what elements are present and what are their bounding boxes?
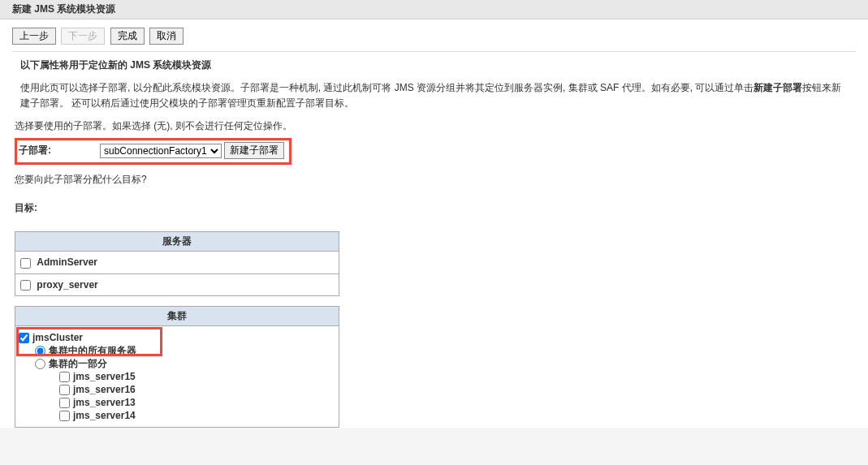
partial-server-checkbox[interactable] <box>59 372 70 382</box>
server-name: proxy_server <box>37 279 97 291</box>
targets-label: 目标: <box>0 201 868 231</box>
new-subdeploy-button[interactable]: 新建子部署 <box>224 142 284 159</box>
page-title: 新建 JMS 系统模块资源 <box>12 3 115 15</box>
page-header: 新建 JMS 系统模块资源 <box>0 0 868 19</box>
subdeploy-select[interactable]: subConnectionFactory1 <box>100 144 222 158</box>
divider <box>12 51 856 52</box>
partial-server-name: jms_server13 <box>73 396 136 409</box>
radio-all-label: 集群中的所有服务器 <box>49 344 136 357</box>
description-part1: 使用此页可以选择子部署, 以分配此系统模块资源。子部署是一种机制, 通过此机制可… <box>20 82 754 93</box>
cluster-name: jmsCluster <box>32 331 83 344</box>
subdeploy-highlight: 子部署: subConnectionFactory1 新建子部署 <box>15 138 291 165</box>
clusters-header: 集群 <box>15 307 339 326</box>
wizard-buttons: 上一步 下一步 完成 取消 <box>0 24 868 51</box>
cluster-jmscluster-row: jmsCluster <box>19 331 335 344</box>
clusters-table: 集群 jmsCluster 集群中的所有服务器 集群的一部分 <box>15 306 339 428</box>
table-row: AdminServer <box>15 252 339 273</box>
radio-all-servers[interactable] <box>35 346 45 356</box>
description-bold: 新建子部署 <box>754 82 802 93</box>
partial-server-name: jms_server14 <box>73 409 136 422</box>
server-checkbox[interactable] <box>20 258 31 269</box>
list-item: jms_server15 <box>19 370 335 383</box>
list-item: jms_server14 <box>19 409 335 422</box>
server-item-proxyserver[interactable]: proxy_server <box>20 279 98 291</box>
finish-button[interactable]: 完成 <box>110 28 145 45</box>
partial-server-name: jms_server16 <box>73 383 136 396</box>
assign-question: 您要向此子部署分配什么目标? <box>0 173 868 201</box>
server-name: AdminServer <box>37 256 97 268</box>
instruction-select: 选择要使用的子部署。如果选择 (无), 则不会进行任何定位操作。 <box>0 119 868 138</box>
radio-partial-row: 集群的一部分 <box>19 357 335 370</box>
page-description: 使用此页可以选择子部署, 以分配此系统模块资源。子部署是一种机制, 通过此机制可… <box>0 80 868 119</box>
server-checkbox[interactable] <box>20 280 31 291</box>
list-item: jms_server16 <box>19 383 335 396</box>
cluster-inner: jmsCluster 集群中的所有服务器 集群的一部分 jms_server15 <box>19 329 335 424</box>
table-row: proxy_server <box>15 273 339 295</box>
servers-table: 服务器 AdminServer proxy_server <box>15 231 339 296</box>
list-item: jms_server13 <box>19 396 335 409</box>
radio-all-row: 集群中的所有服务器 <box>19 344 335 357</box>
cancel-button[interactable]: 取消 <box>149 28 184 45</box>
partial-server-name: jms_server15 <box>73 370 136 383</box>
server-item-adminserver[interactable]: AdminServer <box>20 256 97 268</box>
partial-server-checkbox[interactable] <box>59 398 70 408</box>
back-button[interactable]: 上一步 <box>12 28 56 45</box>
section-heading: 以下属性将用于定位新的 JMS 系统模块资源 <box>0 58 868 80</box>
content-body: 上一步 下一步 完成 取消 以下属性将用于定位新的 JMS 系统模块资源 使用此… <box>0 19 868 428</box>
table-row: jmsCluster 集群中的所有服务器 集群的一部分 jms_server15 <box>15 326 339 428</box>
cluster-checkbox[interactable] <box>19 333 29 343</box>
next-button: 下一步 <box>61 28 105 45</box>
partial-server-checkbox[interactable] <box>59 411 70 421</box>
subdeploy-label: 子部署: <box>19 144 100 157</box>
subdeploy-row: 子部署: subConnectionFactory1 新建子部署 <box>19 142 284 159</box>
radio-partial-servers[interactable] <box>35 359 45 369</box>
servers-header: 服务器 <box>15 232 339 252</box>
radio-partial-label: 集群的一部分 <box>49 357 107 370</box>
partial-server-checkbox[interactable] <box>59 385 70 395</box>
